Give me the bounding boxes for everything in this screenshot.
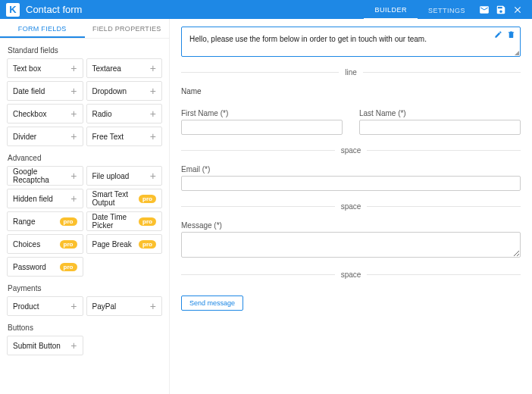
chip-product[interactable]: Product+ [7,296,83,316]
section-payments: Payments [8,284,162,292]
plus-icon: + [70,63,77,73]
chip-paypal[interactable]: PayPal+ [86,296,163,316]
section-advanced: Advanced [8,154,162,162]
divider-space[interactable]: space [181,270,521,279]
chip-fileupload[interactable]: File upload+ [86,166,163,186]
label-last-name: Last Name (*) [359,109,521,117]
plus-icon: + [70,193,77,204]
chip-date[interactable]: Date field+ [7,81,83,101]
plus-icon: + [70,170,77,181]
top-bar: K Contact form BUILDER SETTINGS [0,0,532,19]
plus-icon: + [70,131,77,142]
chip-submit[interactable]: Submit Button+ [7,336,83,355]
plus-icon: + [150,301,156,311]
chip-freetext[interactable]: Free Text+ [86,127,163,146]
section-standard: Standard fields [8,46,162,55]
chip-checkbox[interactable]: Checkbox+ [7,104,83,124]
delete-icon[interactable] [507,30,515,39]
chip-textarea[interactable]: Textarea+ [86,58,163,78]
label-email: Email (*) [181,165,521,174]
form-canvas[interactable]: Hello, please use the form below in orde… [170,19,532,394]
label-name: Name [181,87,521,95]
chip-hidden[interactable]: Hidden field+ [7,189,83,208]
plus-icon: + [70,301,77,311]
chip-recaptcha[interactable]: Google Recaptcha+ [7,166,83,186]
input-email[interactable] [181,176,521,191]
input-first-name[interactable] [181,120,343,135]
chip-textbox[interactable]: Text box+ [7,58,83,78]
label-first-name: First Name (*) [181,109,343,117]
intro-text: Hello, please use the form below in orde… [189,35,427,43]
chip-choices[interactable]: Choicespro [7,234,83,254]
sidetab-form-fields[interactable]: FORM FIELDS [0,19,85,38]
chip-pagebreak[interactable]: Page Breakpro [86,234,163,254]
divider-space[interactable]: space [181,202,521,211]
app-logo: K [6,3,20,17]
plus-icon: + [70,108,77,119]
input-last-name[interactable] [359,120,521,135]
divider-space[interactable]: space [181,145,521,155]
pro-badge: pro [139,195,156,203]
section-buttons: Buttons [8,324,162,332]
edit-icon[interactable] [494,30,502,39]
plus-icon: + [70,86,77,96]
plus-icon: + [150,108,156,119]
divider-line[interactable]: line [181,67,521,77]
chip-dropdown[interactable]: Dropdown+ [86,81,163,101]
input-message[interactable] [181,232,521,258]
mail-icon[interactable] [476,5,493,15]
send-button[interactable]: Send message [181,296,243,311]
chip-password[interactable]: Passwordpro [7,257,83,277]
chip-radio[interactable]: Radio+ [86,104,163,124]
pro-badge: pro [60,217,77,226]
resize-handle[interactable] [515,51,519,55]
save-icon[interactable] [493,5,509,15]
top-nav: BUILDER SETTINGS [364,0,526,20]
chip-range[interactable]: Rangepro [7,211,83,231]
pro-badge: pro [139,240,156,249]
tab-settings[interactable]: SETTINGS [418,1,476,19]
plus-icon: + [150,86,156,96]
chip-datetime[interactable]: Date Time Pickerpro [86,211,163,231]
label-message: Message (*) [181,221,521,230]
selected-freetext-block[interactable]: Hello, please use the form below in orde… [181,27,521,57]
plus-icon: + [150,63,156,73]
pro-badge: pro [60,263,77,271]
page-title: Contact form [26,4,364,15]
chip-smarttext[interactable]: Smart Text Outputpro [86,189,163,208]
plus-icon: + [150,131,156,142]
sidetab-field-properties[interactable]: FIELD PROPERTIES [85,19,170,38]
pro-badge: pro [60,240,77,249]
plus-icon: + [70,340,77,351]
plus-icon: + [150,170,156,181]
sidebar: FORM FIELDS FIELD PROPERTIES Standard fi… [0,19,170,394]
chip-divider[interactable]: Divider+ [7,127,83,146]
pro-badge: pro [139,217,156,226]
close-icon[interactable] [509,5,526,15]
tab-builder[interactable]: BUILDER [364,0,418,20]
